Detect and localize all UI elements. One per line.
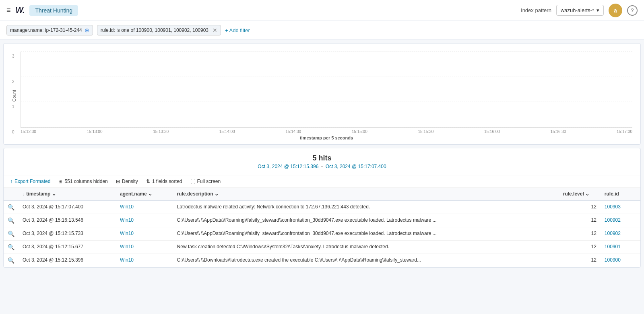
filter-manager-name[interactable]: manager.name: ip-172-31-45-244 ⊕ bbox=[6, 25, 93, 35]
x-tick-2: 15:13:30 bbox=[153, 129, 169, 134]
table-row: 🔍 Oct 3, 2024 @ 15:12:15.396 Win10 C:\\U… bbox=[4, 254, 640, 267]
density-label: Density bbox=[122, 179, 138, 184]
y-tick-3: 3 bbox=[12, 54, 14, 58]
ruleid-label: rule.id bbox=[605, 191, 619, 197]
agent-link-4[interactable]: Win10 bbox=[120, 257, 134, 263]
table-header-row: ↓ timestamp ⌄ agent.name ⌄ rule.descript… bbox=[4, 188, 640, 200]
sort-desc-icon: ↓ bbox=[23, 191, 25, 197]
export-icon: ↑ bbox=[10, 179, 12, 184]
timestamp-cell-2: Oct 3, 2024 @ 15:12:15.733 bbox=[19, 227, 116, 241]
x-tick-9: 15:17:00 bbox=[617, 129, 632, 134]
fields-sorted-button[interactable]: ⇅ 1 fields sorted bbox=[146, 179, 182, 184]
hits-range: Oct 3, 2024 @ 15:12:15.396 - Oct 3, 2024… bbox=[9, 164, 635, 169]
filter-rule-id[interactable]: rule.id: is one of 100900, 100901, 10090… bbox=[97, 25, 221, 35]
description-cell-1: C:\\Users\\ \\AppData\\Roaming\\falsify_… bbox=[173, 214, 552, 227]
col-level-header[interactable]: rule.level ⌄ bbox=[552, 188, 601, 200]
rule-id-link-4[interactable]: 100900 bbox=[605, 257, 621, 263]
col-expand-header bbox=[4, 188, 19, 200]
filter-bar: manager.name: ip-172-31-45-244 ⊕ rule.id… bbox=[0, 21, 644, 40]
col-ruleid-header[interactable]: rule.id bbox=[601, 188, 640, 200]
add-filter-button[interactable]: + Add filter bbox=[225, 27, 250, 33]
table-row: 🔍 Oct 3, 2024 @ 15:17:07.400 Win10 Latro… bbox=[4, 200, 640, 214]
app-header: ≡ W. Threat Hunting Index pattern wazuh-… bbox=[0, 0, 644, 21]
level-cell-2: 12 bbox=[552, 227, 601, 241]
agent-link-2[interactable]: Win10 bbox=[120, 231, 134, 236]
index-pattern-select[interactable]: wazuh-alerts-* ▾ bbox=[556, 5, 604, 16]
page-title: Threat Hunting bbox=[29, 5, 78, 16]
expand-icon-2[interactable]: 🔍 bbox=[8, 231, 14, 237]
agent-cell-3: Win10 bbox=[116, 241, 173, 254]
wazuh-logo: W. bbox=[16, 6, 25, 15]
col-agent-header[interactable]: agent.name ⌄ bbox=[116, 188, 173, 200]
timestamp-cell-4: Oct 3, 2024 @ 15:12:15.396 bbox=[19, 254, 116, 267]
timestamp-cell-0: Oct 3, 2024 @ 15:17:07.400 bbox=[19, 200, 116, 214]
columns-icon: ⊞ bbox=[58, 179, 62, 184]
agent-cell-2: Win10 bbox=[116, 227, 173, 241]
description-cell-3: New task creation detected C:\\Windows\\… bbox=[173, 241, 552, 254]
ruleid-cell-4: 100900 bbox=[601, 254, 640, 267]
expand-cell-1[interactable]: 🔍 bbox=[4, 214, 19, 227]
columns-hidden-button[interactable]: ⊞ 551 columns hidden bbox=[58, 179, 107, 184]
level-cell-3: 12 bbox=[552, 241, 601, 254]
sort-icon: ⇅ bbox=[146, 179, 150, 184]
columns-hidden-label: 551 columns hidden bbox=[64, 179, 107, 184]
expand-icon-0[interactable]: 🔍 bbox=[8, 204, 14, 210]
avatar[interactable]: a bbox=[609, 4, 622, 17]
chevron-down-icon: ▾ bbox=[597, 7, 599, 13]
density-button[interactable]: ⊟ Density bbox=[116, 179, 138, 184]
description-cell-0: Latrodectus malware related activity: Ne… bbox=[173, 200, 552, 214]
expand-icon-3[interactable]: 🔍 bbox=[8, 244, 14, 250]
hits-count: 5 hits bbox=[9, 154, 635, 162]
export-button[interactable]: ↑ Export Formated bbox=[10, 179, 50, 184]
y-tick-2: 2 bbox=[12, 79, 14, 83]
expand-icon-4[interactable]: 🔍 bbox=[8, 257, 14, 264]
description-cell-4: C:\\Users\\ \\Downloads\\latrodectus.exe… bbox=[173, 254, 552, 267]
agent-link-1[interactable]: Win10 bbox=[120, 217, 134, 223]
export-label: Export Formated bbox=[14, 179, 50, 184]
x-axis-labels: 15:12:30 15:13:00 15:13:30 15:14:00 15:1… bbox=[21, 129, 632, 134]
hamburger-menu-icon[interactable]: ≡ bbox=[6, 6, 11, 15]
x-tick-4: 15:14:30 bbox=[285, 129, 301, 134]
results-section: 5 hits Oct 3, 2024 @ 15:12:15.396 - Oct … bbox=[3, 148, 641, 268]
expand-cell-0[interactable]: 🔍 bbox=[4, 200, 19, 214]
rule-id-link-2[interactable]: 100902 bbox=[605, 231, 621, 236]
bars-container bbox=[21, 52, 632, 127]
col-timestamp-header[interactable]: ↓ timestamp ⌄ bbox=[19, 188, 116, 200]
help-icon[interactable]: ? bbox=[627, 5, 638, 16]
expand-cell-3[interactable]: 🔍 bbox=[4, 241, 19, 254]
timestamp-cell-3: Oct 3, 2024 @ 15:12:15.677 bbox=[19, 241, 116, 254]
ruleid-cell-3: 100901 bbox=[601, 241, 640, 254]
range-start: Oct 3, 2024 @ 15:12:15.396 bbox=[258, 164, 318, 169]
x-axis-title: timestamp per 5 seconds bbox=[21, 135, 632, 140]
rule-id-link-3[interactable]: 100901 bbox=[605, 244, 621, 250]
y-axis-label: Count bbox=[12, 90, 17, 102]
expand-cell-2[interactable]: 🔍 bbox=[4, 227, 19, 241]
expand-icon-1[interactable]: 🔍 bbox=[8, 217, 14, 224]
agent-cell-0: Win10 bbox=[116, 200, 173, 214]
level-cell-1: 12 bbox=[552, 214, 601, 227]
y-tick-1: 1 bbox=[12, 104, 14, 109]
x-tick-7: 15:16:00 bbox=[484, 129, 500, 134]
rule-id-link-1[interactable]: 100902 bbox=[605, 217, 621, 223]
col-description-header[interactable]: rule.description ⌄ bbox=[173, 188, 552, 200]
agent-name-label: agent.name bbox=[120, 191, 147, 197]
results-toolbar: ↑ Export Formated ⊞ 551 columns hidden ⊟… bbox=[4, 175, 640, 188]
level-cell-0: 12 bbox=[552, 200, 601, 214]
x-tick-3: 15:14:00 bbox=[219, 129, 235, 134]
y-tick-0: 0 bbox=[12, 130, 14, 134]
filter-close-icon[interactable]: ✕ bbox=[213, 27, 217, 33]
timestamp-label: timestamp bbox=[26, 191, 50, 197]
agent-link-0[interactable]: Win10 bbox=[120, 204, 134, 210]
fullscreen-button[interactable]: ⛶ Full screen bbox=[190, 179, 221, 184]
x-tick-1: 15:13:00 bbox=[87, 129, 103, 134]
results-header: 5 hits Oct 3, 2024 @ 15:12:15.396 - Oct … bbox=[4, 148, 640, 175]
index-pattern-label: Index pattern bbox=[521, 7, 551, 13]
filter-options-icon[interactable]: ⊕ bbox=[85, 27, 89, 33]
results-table: ↓ timestamp ⌄ agent.name ⌄ rule.descript… bbox=[4, 188, 640, 267]
expand-cell-4[interactable]: 🔍 bbox=[4, 254, 19, 267]
agent-link-3[interactable]: Win10 bbox=[120, 244, 134, 250]
level-label: rule.level bbox=[563, 191, 584, 197]
ruleid-cell-1: 100902 bbox=[601, 214, 640, 227]
density-icon: ⊟ bbox=[116, 179, 120, 184]
rule-id-link-0[interactable]: 100903 bbox=[605, 204, 621, 210]
